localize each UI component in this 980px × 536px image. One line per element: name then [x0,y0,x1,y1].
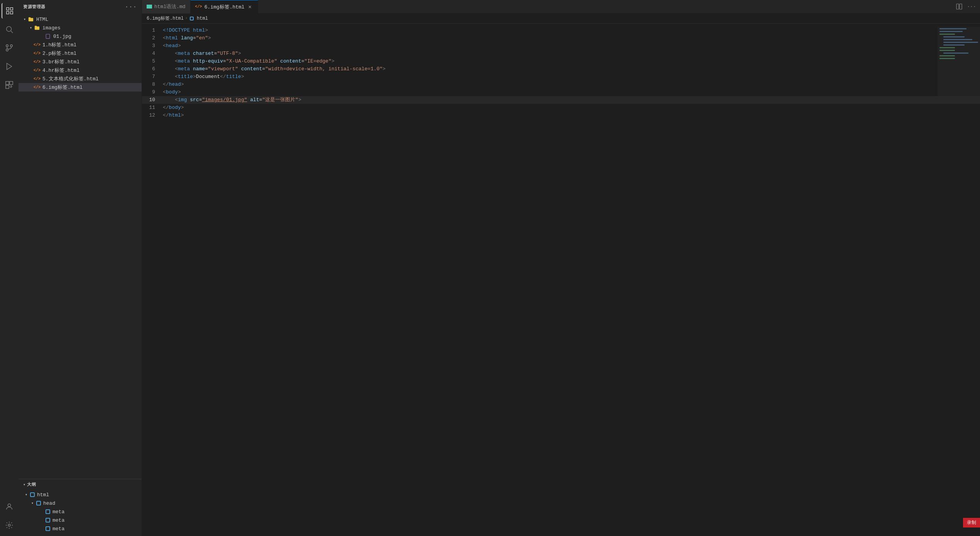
svg-rect-18 [939,28,966,29]
tree-item-label: images [42,25,61,31]
account-icon[interactable] [2,499,17,514]
tree-item-3br[interactable]: </> 3.br标签.html [19,58,142,66]
outline-header[interactable]: ▾ 大纲 [19,479,142,490]
no-arrow [39,517,45,523]
code-line-5: 5 <meta http-equiv="X-UA-Compatible" con… [142,58,980,65]
more-actions-button[interactable]: ··· [966,1,977,12]
extensions-icon[interactable] [2,77,17,93]
outline-title: 大纲 [27,482,36,487]
svg-point-14 [8,504,10,507]
no-arrow [28,50,34,56]
svg-rect-12 [10,81,13,85]
tab-icon: </> [195,5,202,9]
expand-arrow: ▾ [23,492,29,498]
breadcrumb-file[interactable]: 6.img标签.html [147,15,184,22]
outline-tree: ▾ html ▾ head meta meta [19,490,142,536]
code-content: <title>Document</title> [161,73,980,81]
tab-close-button[interactable]: ✕ [247,4,253,10]
html-file-icon: </> [34,67,40,73]
outline-item-meta-2[interactable]: meta [19,516,142,524]
tab-label: html语法.md [154,3,186,10]
tree-item-5text[interactable]: </> 5.文本格式化标签.html [19,75,142,83]
tree-item-label: 01.jpg [53,34,71,39]
tree-item-label: 4.hr标签.html [42,67,79,74]
folder-icon [34,25,40,31]
tree-item-4hr[interactable]: </> 4.hr标签.html [19,66,142,75]
html-file-icon: </> [34,84,40,90]
svg-rect-21 [943,36,965,37]
tree-item-2p[interactable]: </> 2.p标签.html [19,49,142,58]
svg-rect-27 [943,53,968,54]
no-arrow [39,526,45,532]
outline-item-html[interactable]: ▾ html [19,490,142,499]
file-tree: ▾ HTML ▾ images 01.jpg </> 1.h标签. [19,14,142,479]
tree-item-label: 3.br标签.html [42,58,79,65]
svg-rect-26 [939,50,955,51]
outline-section: ▾ 大纲 ▾ html ▾ head meta [19,479,142,536]
no-arrow [39,33,45,39]
image-file-icon [45,33,51,39]
outline-label: head [43,500,55,506]
svg-rect-3 [10,12,13,14]
svg-rect-16 [956,4,959,9]
breadcrumb: 6.img标签.html › html [142,14,980,24]
svg-point-7 [6,45,8,47]
outline-item-head[interactable]: ▾ head [19,499,142,507]
no-arrow [28,67,34,73]
record-button[interactable]: 录制 [963,518,980,528]
outline-collapse-arrow: ▾ [23,482,25,487]
split-editor-button[interactable] [954,1,965,12]
svg-point-6 [6,49,8,51]
code-line-12: 12 </html> [142,112,980,119]
code-editor[interactable]: 1 <!DOCTYPE html> 2 <html lang="en"> 3 <… [142,24,980,536]
settings-icon[interactable] [2,517,17,533]
folder-icon [28,16,34,22]
tab-html-syntax[interactable]: html语法.md [142,0,191,14]
svg-rect-24 [943,44,965,46]
svg-rect-23 [943,42,978,43]
symbol-icon [29,492,35,498]
search-icon[interactable] [2,22,17,37]
tree-item-1h[interactable]: </> 1.h标签.html [19,41,142,49]
no-arrow [28,76,34,82]
breadcrumb-separator: › [185,16,188,20]
symbol-icon [35,500,42,506]
outline-label: html [37,492,49,498]
code-line-2: 2 <html lang="en"> [142,34,980,42]
tree-item-label: 5.文本格式化标签.html [42,75,99,82]
tab-6img[interactable]: </> 6.img标签.html ✕ [191,0,258,14]
tree-item-images-folder[interactable]: ▾ images [19,24,142,32]
svg-rect-20 [939,34,955,35]
code-content: </head> [161,81,980,88]
activity-bar [0,0,19,536]
code-line-10: 10 <img src="images/01.jpg" alt="这是一张图片"… [142,96,980,104]
code-content: <meta http-equiv="X-UA-Compatible" conte… [161,58,980,65]
collapse-arrow: ▾ [28,25,34,31]
svg-rect-28 [939,55,955,56]
code-line-7: 7 <title>Document</title> [142,73,980,81]
minimap-canvas [938,27,980,96]
line-number: 10 [142,96,161,104]
breadcrumb-symbol[interactable]: html [197,16,208,21]
sidebar: 资源管理器 ··· ▾ HTML ▾ images 01.jpg [19,0,142,536]
code-line-1: 1 <!DOCTYPE html> [142,27,980,34]
tab-icon [147,5,152,8]
no-arrow [28,42,34,48]
collapse-arrow: ▾ [22,16,28,22]
tree-item-6img[interactable]: </> 6.img标签.html [19,83,142,92]
code-content: </html> [161,112,980,119]
tree-item-html-root[interactable]: ▾ HTML [19,15,142,24]
symbol-icon [45,517,51,523]
tree-item-label: HTML [36,17,48,22]
svg-rect-19 [939,31,963,32]
line-number: 7 [142,73,161,81]
explorer-icon[interactable] [2,3,17,19]
sidebar-more-button[interactable]: ··· [125,3,137,10]
outline-item-meta-3[interactable]: meta [19,524,142,533]
run-debug-icon[interactable] [2,59,17,74]
outline-item-meta-1[interactable]: meta [19,507,142,516]
code-line-3: 3 <head> [142,42,980,50]
code-content: <head> [161,42,980,50]
tree-item-01jpg[interactable]: 01.jpg [19,32,142,41]
source-control-icon[interactable] [2,40,17,56]
